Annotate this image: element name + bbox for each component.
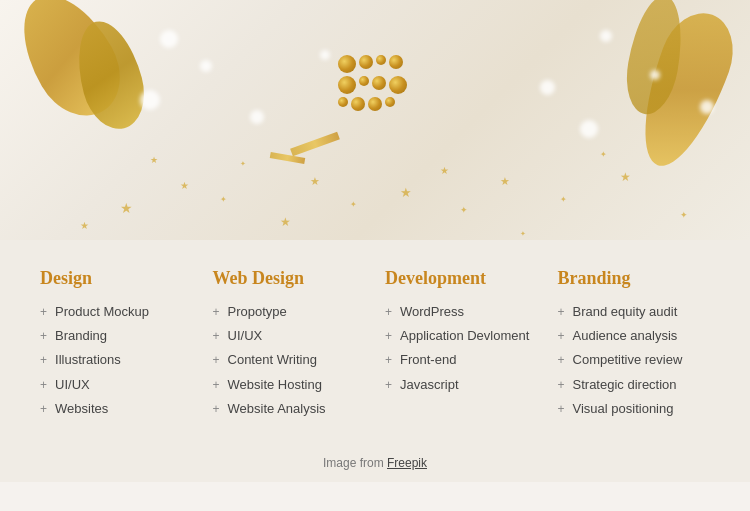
star-decoration: ★: [120, 200, 133, 217]
star-decoration: ✦: [520, 230, 526, 238]
plus-icon: +: [40, 352, 47, 369]
bokeh-light: [540, 80, 555, 95]
bokeh-light: [600, 30, 612, 42]
design-title: Design: [40, 268, 193, 289]
star-decoration: ★: [440, 165, 449, 176]
star-decoration: ✦: [350, 200, 357, 209]
list-item: +Product Mockup: [40, 303, 193, 321]
item-label: WordPress: [400, 303, 464, 321]
plus-icon: +: [213, 377, 220, 394]
list-item: +UI/UX: [213, 327, 366, 345]
item-label: Competitive review: [573, 351, 683, 369]
plus-icon: +: [40, 328, 47, 345]
branding-list: +Brand equity audit +Audience analysis +…: [558, 303, 711, 418]
item-label: Visual positioning: [573, 400, 674, 418]
plus-icon: +: [40, 377, 47, 394]
star-decoration: ★: [620, 170, 631, 185]
web-design-title: Web Design: [213, 268, 366, 289]
plus-icon: +: [213, 401, 220, 418]
star-decoration: ★: [400, 185, 412, 201]
list-item: +Front-end: [385, 351, 538, 369]
list-item: +Website Hosting: [213, 376, 366, 394]
list-item: +Illustrations: [40, 351, 193, 369]
web-design-list: +Propotype +UI/UX +Content Writing +Webs…: [213, 303, 366, 418]
web-design-column: Web Design +Propotype +UI/UX +Content Wr…: [203, 268, 376, 424]
list-item: +WordPress: [385, 303, 538, 321]
star-decoration: ★: [80, 220, 89, 231]
freepik-link[interactable]: Freepik: [387, 456, 427, 470]
gold-ribbon-1: [290, 132, 340, 157]
branding-title: Branding: [558, 268, 711, 289]
gold-ribbon-2: [270, 152, 306, 164]
plus-icon: +: [558, 304, 565, 321]
plus-icon: +: [213, 304, 220, 321]
list-item: +Propotype: [213, 303, 366, 321]
item-label: Audience analysis: [573, 327, 678, 345]
plus-icon: +: [385, 328, 392, 345]
plus-icon: +: [558, 328, 565, 345]
plus-icon: +: [213, 328, 220, 345]
star-decoration: ✦: [460, 205, 468, 215]
bokeh-light: [650, 70, 660, 80]
star-decoration: ✦: [220, 195, 227, 204]
item-label: Illustrations: [55, 351, 121, 369]
list-item: +Brand equity audit: [558, 303, 711, 321]
list-item: +Content Writing: [213, 351, 366, 369]
star-decoration: ★: [310, 175, 320, 188]
list-item: +Visual positioning: [558, 400, 711, 418]
plus-icon: +: [385, 304, 392, 321]
design-list: +Product Mockup +Branding +Illustrations…: [40, 303, 193, 418]
item-label: Websites: [55, 400, 108, 418]
bokeh-light: [200, 60, 212, 72]
list-item: +Javascript: [385, 376, 538, 394]
list-item: +Application Devloment: [385, 327, 538, 345]
plus-icon: +: [213, 352, 220, 369]
plus-icon: +: [558, 352, 565, 369]
plus-icon: +: [40, 304, 47, 321]
item-label: Strategic direction: [573, 376, 677, 394]
star-decoration: ★: [180, 180, 189, 191]
development-column: Development +WordPress +Application Devl…: [375, 268, 548, 424]
list-item: +Branding: [40, 327, 193, 345]
footer: Image from Freepik: [0, 444, 750, 482]
star-decoration: ✦: [560, 195, 567, 204]
item-label: Javascript: [400, 376, 459, 394]
bokeh-light: [580, 120, 598, 138]
plus-icon: +: [558, 401, 565, 418]
plus-icon: +: [385, 352, 392, 369]
branding-column: Branding +Brand equity audit +Audience a…: [548, 268, 721, 424]
star-decoration: ★: [150, 155, 158, 165]
bokeh-light: [250, 110, 264, 124]
item-label: Product Mockup: [55, 303, 149, 321]
star-decoration: ✦: [680, 210, 688, 220]
plus-icon: +: [558, 377, 565, 394]
gold-balls: [338, 55, 418, 111]
star-decoration: ✦: [240, 160, 246, 168]
footer-text: Image from: [323, 456, 387, 470]
item-label: Branding: [55, 327, 107, 345]
bokeh-light: [700, 100, 714, 114]
plus-icon: +: [40, 401, 47, 418]
item-label: Website Analysis: [228, 400, 326, 418]
list-item: +Strategic direction: [558, 376, 711, 394]
services-section: Design +Product Mockup +Branding +Illust…: [0, 240, 750, 444]
bokeh-light: [140, 90, 160, 110]
item-label: Website Hosting: [228, 376, 322, 394]
development-list: +WordPress +Application Devloment +Front…: [385, 303, 538, 394]
list-item: +UI/UX: [40, 376, 193, 394]
hero-image: ★ ★ ✦ ★ ✦ ★ ✦ ★ ✦ ★ ✦ ★ ✦ ★ ✦ ★ ★ ✦: [0, 0, 750, 240]
bokeh-light: [320, 50, 330, 60]
item-label: UI/UX: [228, 327, 263, 345]
star-decoration: ★: [280, 215, 291, 230]
list-item: +Website Analysis: [213, 400, 366, 418]
item-label: UI/UX: [55, 376, 90, 394]
item-label: Content Writing: [228, 351, 317, 369]
star-decoration: ✦: [600, 150, 607, 159]
plus-icon: +: [385, 377, 392, 394]
list-item: +Competitive review: [558, 351, 711, 369]
list-item: +Websites: [40, 400, 193, 418]
item-label: Front-end: [400, 351, 456, 369]
list-item: +Audience analysis: [558, 327, 711, 345]
development-title: Development: [385, 268, 538, 289]
item-label: Application Devloment: [400, 327, 529, 345]
